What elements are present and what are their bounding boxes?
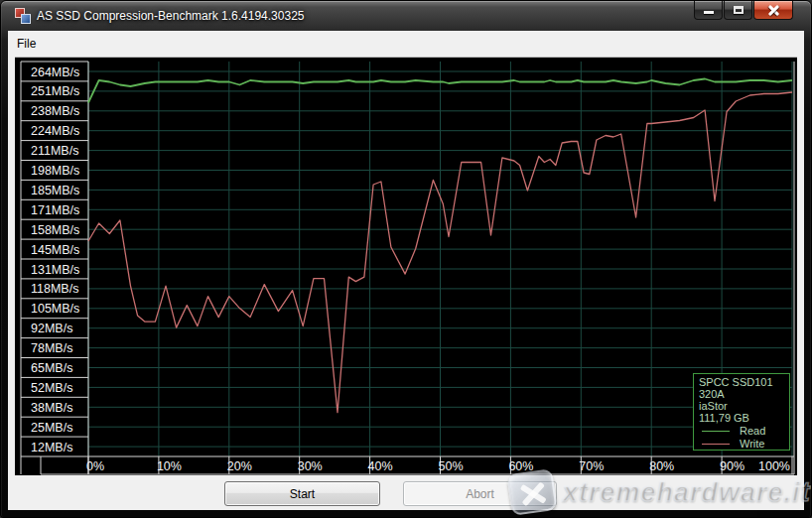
y-tick-label: 25MB/s (31, 421, 72, 435)
legend-write-label: Write (740, 438, 764, 450)
legend-capacity: 111,79 GB (699, 412, 789, 424)
start-button[interactable]: Start (224, 481, 380, 506)
minimize-icon (704, 11, 714, 14)
y-tick-label: 52MB/s (31, 381, 72, 395)
y-tick-label: 198MB/s (31, 164, 79, 178)
window-title: AS SSD Compression-Benchmark 1.6.4194.30… (37, 9, 304, 23)
y-tick-label: 185MB/s (31, 184, 79, 197)
read-line-swatch-icon (702, 431, 730, 432)
legend-read-label: Read (740, 425, 765, 437)
y-tick-label: 145MB/s (31, 243, 79, 257)
y-tick-label: 131MB/s (31, 263, 79, 277)
maximize-button[interactable] (724, 1, 752, 20)
y-tick-label: 224MB/s (31, 124, 79, 138)
y-tick-label: 251MB/s (31, 84, 79, 98)
y-tick-label: 158MB/s (31, 223, 79, 237)
minimize-button[interactable] (694, 1, 723, 20)
x-tick-label: 90% (720, 459, 744, 473)
compression-benchmark-chart: 264MB/s251MB/s238MB/s224MB/s211MB/s198MB… (15, 57, 797, 474)
x-tick-label: 70% (579, 459, 604, 473)
close-button[interactable] (753, 1, 793, 20)
maximize-icon (734, 6, 744, 14)
x-tick-label: 60% (508, 459, 533, 473)
watermark-text: xtremehardware.it (563, 477, 811, 508)
y-tick-label: 38MB/s (31, 401, 72, 415)
chart-legend: SPCC SSD101 320A iaStor 111,79 GB Read W… (693, 373, 790, 451)
y-tick-label: 105MB/s (31, 302, 79, 316)
x-tick-label: 40% (368, 459, 393, 473)
legend-driver: iaStor (699, 400, 789, 412)
menu-file[interactable]: File (8, 33, 45, 55)
y-tick-label: 171MB/s (31, 203, 79, 217)
y-tick-label: 12MB/s (31, 441, 72, 454)
chart-svg: 264MB/s251MB/s238MB/s224MB/s211MB/s198MB… (15, 58, 797, 475)
y-tick-label: 65MB/s (31, 361, 72, 375)
y-tick-label: 92MB/s (31, 322, 72, 335)
app-icon-blue-square (21, 14, 31, 24)
legend-firmware: 320A (699, 388, 789, 400)
menubar: File (8, 31, 804, 56)
window-controls (693, 1, 793, 20)
client-area: File 264MB/s251MB/s238MB/s224MB/s211MB/s… (8, 31, 804, 510)
x-tick-label: 0% (86, 459, 104, 473)
y-tick-label: 118MB/s (31, 282, 78, 296)
y-tick-label: 238MB/s (31, 104, 79, 118)
titlebar[interactable]: AS SSD Compression-Benchmark 1.6.4194.30… (1, 1, 811, 31)
x-tick-label: 20% (227, 459, 252, 473)
app-window: AS SSD Compression-Benchmark 1.6.4194.30… (0, 0, 812, 518)
y-tick-label: 78MB/s (31, 341, 72, 355)
abort-button[interactable]: Abort (403, 481, 557, 506)
y-tick-label: 264MB/s (31, 65, 79, 79)
x-tick-label: 50% (439, 459, 464, 473)
app-icon (15, 8, 31, 24)
x-tick-label: 10% (157, 459, 182, 473)
legend-device: SPCC SSD101 (699, 376, 789, 388)
y-tick-label: 211MB/s (31, 144, 78, 158)
x-tick-label: 80% (649, 459, 674, 473)
write-line-swatch-icon (702, 444, 730, 445)
x-tick-label: 100% (758, 459, 790, 473)
x-tick-label: 30% (298, 459, 323, 473)
